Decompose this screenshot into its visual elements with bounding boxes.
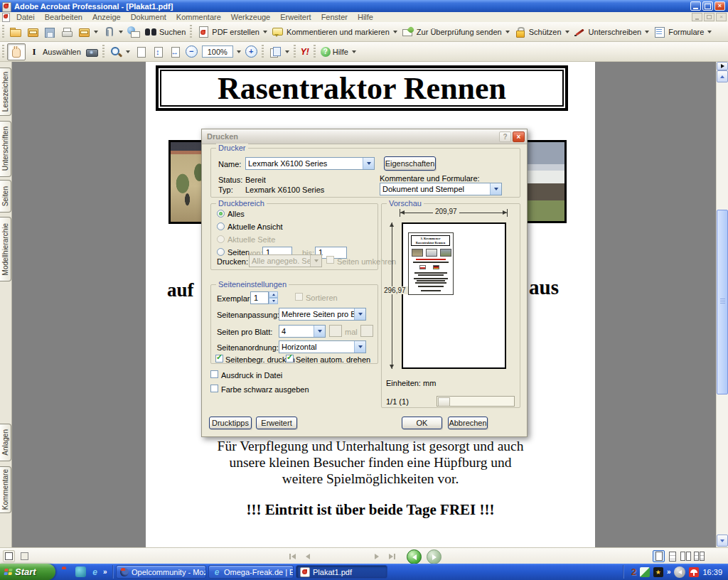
print-page-border-checkbox[interactable]: ✓ (215, 355, 223, 362)
archive-dropdown-button[interactable] (75, 24, 100, 40)
spinner-down-button[interactable] (269, 298, 278, 304)
dialog-close-button[interactable]: × (513, 131, 525, 142)
child-minimize-button[interactable] (692, 13, 702, 21)
search-button[interactable]: Suchen (142, 24, 188, 40)
taskbar-clock[interactable]: 16:39 (702, 568, 722, 576)
toolbar-grip[interactable] (262, 45, 264, 59)
toolbar-grip[interactable] (102, 45, 105, 59)
next-view-button[interactable] (427, 549, 441, 564)
combo-arrow-icon[interactable] (354, 308, 365, 320)
actual-size-button[interactable] (132, 44, 149, 60)
combo-arrow-icon[interactable] (490, 183, 501, 195)
tab-seiten[interactable]: Seiten (0, 180, 11, 213)
status-option-button[interactable] (18, 550, 31, 562)
scrollbar-thumb[interactable] (717, 210, 728, 394)
print-page-border-label[interactable]: Seitenbegr. drucken (225, 355, 295, 364)
tab-kommentare[interactable]: Kommentare (0, 466, 11, 513)
menu-fenster[interactable]: Fenster (316, 13, 353, 21)
forms-button[interactable]: Formulare (651, 24, 714, 40)
save-button[interactable] (41, 24, 58, 40)
scroll-down-button[interactable] (717, 535, 728, 547)
toolbar-grip[interactable] (190, 25, 192, 39)
menu-datei[interactable]: Datei (11, 13, 40, 21)
auto-rotate-checkbox[interactable]: ✓ (286, 355, 294, 362)
radio-current-view[interactable] (217, 222, 225, 230)
toolbar-grip[interactable] (294, 45, 296, 59)
toolbar-grip[interactable] (314, 45, 316, 59)
open-button[interactable] (7, 24, 24, 40)
vertical-scrollbar[interactable] (716, 62, 728, 547)
combo-arrow-icon[interactable] (314, 326, 325, 337)
page-display-button[interactable] (267, 44, 291, 60)
menu-hilfe[interactable]: Hilfe (353, 13, 378, 21)
zoom-tool-button[interactable] (107, 44, 132, 60)
quicklaunch-ie-icon[interactable]: e (90, 566, 100, 577)
zoom-out-button[interactable]: − (183, 44, 200, 59)
organize-button[interactable] (24, 24, 41, 40)
taskbar-button-opelcommunity[interactable]: Opelcommunity - Mozi... (116, 565, 206, 579)
first-page-button[interactable] (286, 550, 299, 562)
continuous-facing-view-button[interactable] (693, 550, 705, 562)
email-button[interactable] (125, 24, 142, 40)
next-page-button[interactable] (370, 550, 383, 562)
tray-icon-star[interactable]: ★ (653, 567, 663, 577)
fit-page-button[interactable]: ↕ (149, 44, 166, 60)
menu-dokument[interactable]: Dokument (126, 13, 171, 21)
hand-tool-button[interactable] (7, 43, 26, 60)
cancel-button[interactable]: Abbrechen (448, 417, 488, 429)
previous-view-button[interactable] (407, 549, 422, 564)
select-tool-button[interactable]: IAuswählen (26, 44, 83, 60)
zoom-level-combo[interactable]: 100% (200, 44, 243, 59)
print-color-black-label[interactable]: Farbe schwarz ausgeben (221, 385, 309, 394)
printer-name-combo[interactable]: Lexmark X6100 Series (245, 157, 375, 170)
tab-modellhierarchie[interactable]: Modellhierarchie (0, 217, 11, 281)
toolbar-grip[interactable] (2, 25, 4, 39)
menu-bearbeiten[interactable]: Bearbeiten (40, 13, 87, 21)
auto-rotate-label[interactable]: Seiten autom. drehen (296, 355, 370, 364)
help-button[interactable]: ?Hilfe (318, 45, 358, 58)
last-page-button[interactable] (385, 550, 398, 562)
restore-button[interactable] (702, 1, 713, 11)
scrollbar-menu-button[interactable] (717, 62, 728, 70)
zoom-in-button[interactable]: + (243, 44, 259, 59)
facing-view-button[interactable] (680, 550, 692, 562)
copies-value[interactable]: 1 (250, 291, 269, 304)
continuous-view-button[interactable] (666, 550, 678, 562)
menu-kommentare[interactable]: Kommentare (171, 13, 226, 21)
tray-collapse-button[interactable] (674, 566, 685, 578)
quicklaunch-overflow-chevron[interactable]: » (103, 568, 107, 576)
dialog-help-button[interactable]: ? (499, 131, 511, 142)
pages-per-sheet-combo[interactable]: 4 (279, 325, 326, 338)
zoom-level-field[interactable]: 100% (202, 45, 233, 58)
tray-overflow-chevron[interactable]: » (667, 568, 671, 576)
send-review-button[interactable]: Zur Überprüfung senden (400, 24, 512, 40)
advanced-button[interactable]: Erweitert (256, 417, 297, 429)
close-button[interactable]: × (714, 1, 725, 11)
secure-button[interactable]: Schützen (512, 24, 572, 40)
toolbar-grip[interactable] (2, 45, 4, 59)
child-close-button[interactable]: × (716, 13, 727, 21)
taskbar-button-omega-freak[interactable]: e Omega-Freak.de | Ei... (208, 565, 294, 579)
snapshot-button[interactable] (83, 44, 100, 60)
pane-toggle-button[interactable] (3, 550, 15, 562)
menu-erweitert[interactable]: Erweitert (275, 13, 316, 21)
print-button[interactable] (58, 24, 75, 40)
print-to-file-label[interactable]: Ausdruck in Datei (221, 371, 282, 380)
previous-page-button[interactable] (301, 550, 314, 562)
quicklaunch-browser-icon[interactable] (75, 566, 86, 577)
printing-tips-button[interactable]: Drucktipps (209, 417, 252, 429)
comments-forms-combo[interactable]: Dokument und Stempel (380, 183, 502, 195)
taskbar-button-plakat1[interactable]: Plakat1.pdf (296, 565, 387, 579)
slider-thumb[interactable] (438, 397, 450, 407)
copies-spinner[interactable]: 1 (250, 291, 279, 304)
menu-werkzeuge[interactable]: Werkzeuge (226, 13, 275, 21)
yahoo-toolbar-button[interactable]: Y! (299, 45, 311, 58)
combo-arrow-icon[interactable] (363, 158, 374, 169)
page-scaling-combo[interactable]: Mehrere Seiten pro Blatt (279, 308, 366, 321)
print-color-black-checkbox[interactable] (210, 385, 218, 392)
radio-pages-label[interactable]: Seiten (228, 248, 250, 257)
radio-current-view-label[interactable]: Aktuelle Ansicht (228, 222, 283, 231)
comment-markup-button[interactable]: Kommentieren und markieren (269, 24, 400, 40)
fit-width-button[interactable]: ↔ (166, 44, 183, 60)
start-button[interactable]: Start (0, 564, 55, 580)
